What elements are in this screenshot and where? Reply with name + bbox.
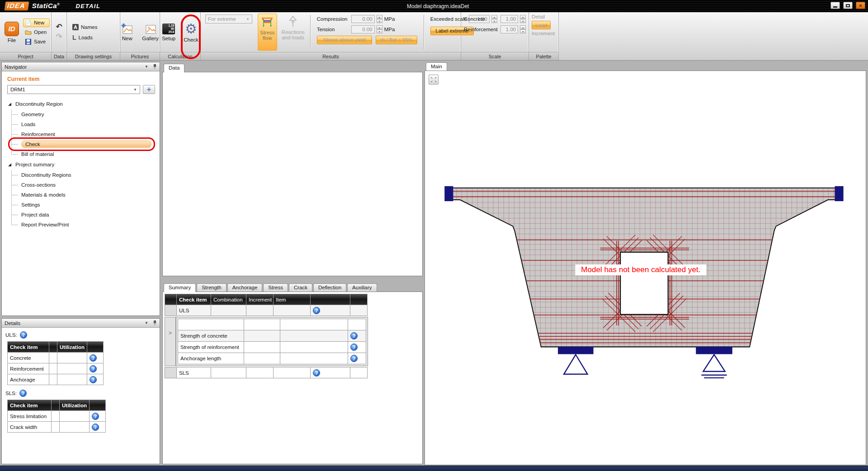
close-button[interactable]: × bbox=[856, 2, 865, 9]
tree-expanded-icon[interactable]: ◢ bbox=[8, 102, 11, 106]
table-row[interactable]: Stress limitation? bbox=[8, 411, 106, 422]
row-help-icon[interactable]: ? bbox=[350, 355, 358, 362]
scale-reinforcement-stepper[interactable]: ▲▼ bbox=[520, 25, 526, 33]
tree-item-geometry[interactable]: Geometry bbox=[11, 109, 156, 119]
scale-reinforcement-input[interactable]: 1.00 bbox=[500, 25, 518, 33]
file-button[interactable]: ID File bbox=[2, 14, 22, 51]
redo-icon[interactable]: ↷ bbox=[56, 34, 62, 40]
stress-above-yield-button[interactable]: Stress above yield bbox=[317, 36, 372, 44]
tree-item-discontinuity-regions[interactable]: Discontinuity Regions bbox=[11, 170, 156, 180]
left-support-pad bbox=[558, 347, 594, 354]
collapse-icon[interactable]: ▼ bbox=[145, 321, 148, 325]
add-item-button[interactable]: + bbox=[143, 85, 155, 94]
uls-summary-row[interactable]: ULS ? bbox=[165, 305, 368, 316]
table-row[interactable]: Crack width? bbox=[8, 422, 106, 433]
main-canvas[interactable]: ↖ ↗ ↙ ↘ bbox=[425, 71, 866, 465]
tension-input[interactable]: 0.00 bbox=[351, 25, 375, 33]
table-row[interactable]: Concrete? bbox=[8, 353, 104, 363]
sls-summary-table: SLS ? bbox=[165, 367, 368, 378]
tree-item-check[interactable]: Check bbox=[11, 139, 156, 149]
tab-strength[interactable]: Strength bbox=[197, 283, 226, 292]
tab-crack[interactable]: Crack bbox=[289, 283, 312, 292]
loads-letter-icon: L bbox=[72, 34, 76, 41]
scale-concrete-stepper[interactable]: ▲▼ bbox=[520, 15, 526, 23]
collapse-icon[interactable]: ▼ bbox=[145, 65, 148, 69]
sls-row-help-icon[interactable]: ? bbox=[313, 369, 320, 377]
tree-item-loads[interactable]: Loads bbox=[11, 119, 156, 129]
tree-expanded-icon[interactable]: ◢ bbox=[8, 162, 11, 167]
row-help-icon[interactable]: ? bbox=[350, 332, 358, 339]
fit-view-button[interactable]: ↖ ↗ ↙ ↘ bbox=[429, 75, 439, 85]
pin-icon[interactable] bbox=[153, 320, 157, 326]
setup-numbers-icon: 1,15 90 25.8 bbox=[162, 24, 175, 34]
undo-icon[interactable]: ↶ bbox=[56, 24, 62, 30]
tree-item-report-preview-print[interactable]: Report Preview/Print bbox=[11, 220, 156, 230]
maximize-button[interactable] bbox=[843, 2, 853, 9]
row-help-icon[interactable]: ? bbox=[90, 365, 97, 372]
sls-help-icon[interactable]: ? bbox=[19, 390, 27, 397]
compression-input[interactable]: 0.00 bbox=[351, 15, 375, 23]
check-button[interactable]: ⚙ Check bbox=[181, 14, 201, 51]
row-expander[interactable]: > bbox=[165, 317, 176, 366]
table-row[interactable]: Reinforcement? bbox=[8, 363, 104, 374]
table-row[interactable]: Anchorage length? bbox=[178, 353, 366, 364]
tree-root-project-summary[interactable]: ◢ Project summary bbox=[5, 159, 156, 170]
tree-item-label: Project data bbox=[21, 212, 49, 217]
left-flange-anchor bbox=[444, 186, 453, 201]
tab-main[interactable]: Main bbox=[426, 62, 447, 71]
uls-help-icon[interactable]: ? bbox=[20, 331, 27, 339]
table-row[interactable]: Strength of concrete? bbox=[178, 330, 366, 342]
tab-stress[interactable]: Stress bbox=[263, 283, 288, 292]
tree-item-cross-sections[interactable]: Cross-sections bbox=[11, 180, 156, 190]
tree-item-materials-models[interactable]: Materials & models bbox=[11, 190, 156, 200]
tree-item-bill-of-material[interactable]: Bill of material bbox=[11, 149, 156, 159]
tab-anchorage[interactable]: Anchorage bbox=[227, 283, 263, 292]
reactions-loads-button[interactable]: Reactions and loads bbox=[280, 14, 307, 51]
main-view-column: Main ↖ ↗ ↙ ↘ bbox=[424, 61, 868, 466]
tree-item-reinforcement[interactable]: Reinforcement bbox=[11, 129, 156, 139]
row-help-icon[interactable]: ? bbox=[90, 376, 97, 383]
row-help-icon[interactable]: ? bbox=[92, 413, 99, 420]
tree-root-label: Discontinuity Region bbox=[15, 101, 63, 107]
names-toggle[interactable]: A Names bbox=[71, 23, 118, 31]
current-item-dropdown[interactable]: DRM1 ▼ bbox=[7, 85, 140, 94]
setup-button[interactable]: 1,15 90 25.8 Setup bbox=[159, 14, 178, 51]
tab-auxiliary[interactable]: Auxiliary bbox=[347, 283, 377, 292]
stress-flow-button[interactable]: Stress flow bbox=[258, 14, 277, 51]
pin-icon[interactable] bbox=[153, 64, 157, 70]
palette-increment-option[interactable]: Increment bbox=[532, 31, 556, 36]
table-row[interactable]: Strength of reinforcement? bbox=[178, 342, 366, 353]
tree-item-label: Settings bbox=[21, 202, 40, 207]
tree-item-project-data[interactable]: Project data bbox=[11, 210, 156, 220]
ribbon-filler bbox=[559, 12, 868, 60]
group-label-data: Data bbox=[52, 52, 66, 60]
open-button[interactable]: Open bbox=[23, 28, 50, 37]
tab-summary[interactable]: Summary bbox=[164, 283, 196, 292]
table-row[interactable]: Anchorage? bbox=[8, 374, 104, 385]
tab-deflection[interactable]: Deflection bbox=[313, 283, 346, 292]
scale-concrete-input[interactable]: 1.00 bbox=[500, 15, 518, 23]
uls-row-help-icon[interactable]: ? bbox=[313, 307, 320, 314]
for-extreme-dropdown[interactable]: For extreme ▼ bbox=[205, 14, 252, 24]
details-header[interactable]: Details ▼ bbox=[2, 319, 160, 328]
gallery-button[interactable]: Gallery bbox=[139, 14, 161, 51]
row-help-icon[interactable]: ? bbox=[90, 354, 97, 362]
save-button[interactable]: Save bbox=[23, 38, 50, 46]
tb-fbd-button[interactable]: τb / fbd > 95% bbox=[376, 36, 417, 44]
row-help-icon[interactable]: ? bbox=[350, 344, 358, 351]
palette-detail-option[interactable]: Detail bbox=[532, 14, 556, 19]
tension-stepper[interactable]: ▲▼ bbox=[377, 25, 382, 33]
statica-logo-text: StatiCa® bbox=[32, 2, 60, 9]
tree-item-settings[interactable]: Settings bbox=[11, 200, 156, 210]
minimize-button[interactable] bbox=[830, 2, 840, 9]
new-button[interactable]: 📄 New bbox=[23, 19, 50, 27]
navigator-header[interactable]: Navigator ▼ bbox=[2, 62, 160, 71]
loads-toggle[interactable]: L Loads bbox=[71, 33, 118, 42]
picture-new-button[interactable]: New bbox=[118, 14, 136, 51]
sls-summary-row[interactable]: SLS ? bbox=[165, 367, 368, 378]
palette-load-button[interactable]: Load bbox=[532, 21, 551, 29]
tree-root-discontinuity-region[interactable]: ◢ Discontinuity Region bbox=[5, 99, 156, 109]
row-help-icon[interactable]: ? bbox=[92, 424, 99, 431]
tab-data[interactable]: Data bbox=[164, 64, 184, 72]
compression-stepper[interactable]: ▲▼ bbox=[377, 15, 382, 23]
